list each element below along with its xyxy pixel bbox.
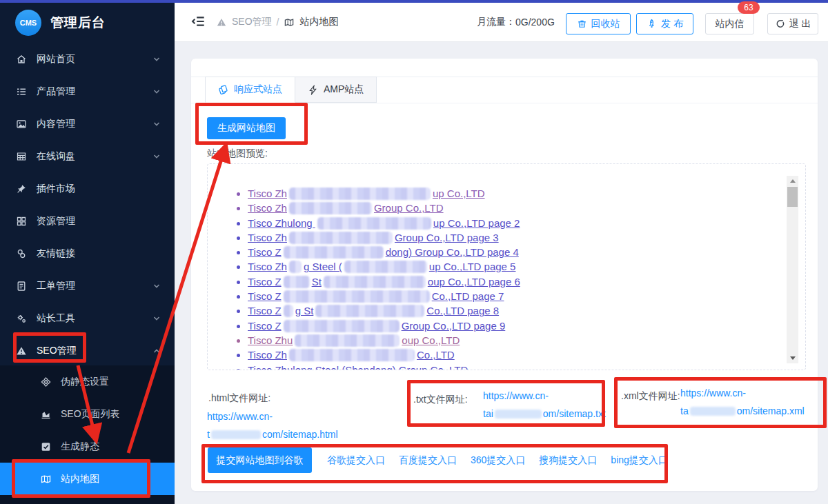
redacted-text	[315, 305, 424, 317]
redacted-text	[324, 276, 426, 288]
tab-amp-site[interactable]: AMP站点	[295, 77, 377, 103]
traffic-value: 0G/200G	[515, 17, 555, 28]
sitemap-link[interactable]: Tisco ZStoup Co.,LTD page 6	[248, 276, 520, 288]
sidebar-item-tickets[interactable]: 工单管理	[0, 270, 175, 302]
redacted-text	[690, 407, 736, 416]
redacted-text	[284, 305, 293, 317]
sidebar-item-content[interactable]: 内容管理	[0, 108, 175, 140]
inbox-button[interactable]: 站内信	[705, 13, 754, 34]
sitemap-link[interactable]: Tisco ZGroup Co.,LTD page 9	[248, 320, 505, 332]
sitemap-link[interactable]: Tisco Zdong) Group Co.,LTD page 4	[248, 246, 519, 258]
sidebar-item-label: 插件市场	[37, 183, 75, 195]
sidebar-item-links[interactable]: 友情链接	[0, 237, 175, 270]
gears-icon	[15, 313, 28, 324]
chevron-up-icon	[152, 347, 161, 355]
redacted-text	[284, 320, 400, 332]
sitemap-list-item: Tisco Zg StCo.,LTD page 8	[248, 303, 805, 318]
sidebar-item-label: SEO管理	[37, 345, 77, 357]
sitemap-link[interactable]: Tisco Zhulong Steel (Shandong) Group Co.…	[248, 364, 468, 370]
rocket-icon	[647, 19, 657, 29]
sidebar-item-webmaster[interactable]: 站长工具	[0, 302, 175, 334]
sidebar-item-home[interactable]: 网站首页	[0, 43, 175, 75]
sidebar-item-seo[interactable]: SEO管理	[0, 334, 175, 367]
html-file-url[interactable]: https://www.cn- tcom/sitemap.html	[207, 407, 366, 443]
monthly-traffic: 月流量： 0G/200G	[477, 3, 555, 41]
redacted-text	[289, 349, 415, 361]
sitemap-link[interactable]: Tisco ZhCo.,LTD	[248, 349, 455, 361]
submit-entry-link-3[interactable]: 搜狗提交入口	[537, 454, 599, 467]
sidebar-item-label: 内容管理	[37, 118, 75, 130]
redacted-text	[211, 430, 261, 439]
sitemap-link[interactable]: Tisco Zhuoup Co.,LTD	[248, 334, 460, 346]
xml-file-url-label: .xml文件网址:	[621, 390, 680, 403]
submit-sitemap-google-button[interactable]: 提交网站地图到谷歌	[208, 447, 312, 473]
publish-button[interactable]: 发 布	[636, 13, 693, 34]
scrollbar-up-arrow[interactable]	[787, 176, 798, 186]
sitemap-preview-label: 站内地图预览:	[207, 148, 268, 160]
breadcrumb-section[interactable]: SEO管理	[232, 16, 272, 28]
inbox-unread-badge: 63	[738, 1, 760, 14]
responsive-icon	[218, 85, 228, 95]
sidebar-subitem-seo-pages[interactable]: SEO页面列表	[0, 398, 175, 430]
sitemap-list-item: Tisco ZhGroup Co.,LTD page 3	[248, 230, 805, 245]
sidebar-nav: 网站首页产品管理内容管理在线询盘插件市场资源管理友情链接工单管理站长工具SEO管…	[0, 43, 175, 367]
sidebar-item-inquiry[interactable]: 在线询盘	[0, 140, 175, 172]
sitemap-link[interactable]: Tisco Zhg Steel (up Co.,LTD page 5	[248, 261, 515, 272]
sitemap-link-list: Tisco Zhup Co.,LTDTisco ZhGroup Co.,LTDT…	[208, 186, 805, 370]
cms-logo-icon: CMS	[15, 10, 41, 36]
sidebar-item-plugins[interactable]: 插件市场	[0, 172, 175, 205]
warning-icon	[15, 345, 28, 356]
sidebar-item-resources[interactable]: 资源管理	[0, 205, 175, 237]
table-icon	[15, 151, 28, 162]
sitemap-link[interactable]: Tisco ZCo.,LTD page 7	[248, 290, 504, 302]
scrollbar-thumb[interactable]	[787, 187, 798, 207]
sidebar-subitem-static[interactable]: 生成静态	[0, 430, 175, 463]
sitemap-link[interactable]: Tisco Zg StCo.,LTD page 8	[248, 305, 499, 316]
list-icon	[15, 86, 28, 97]
submit-entry-link-0[interactable]: 谷歌提交入口	[325, 454, 387, 467]
traffic-label: 月流量：	[477, 16, 515, 28]
chevron-down-icon	[152, 152, 161, 161]
redacted-text	[289, 261, 302, 273]
chevron-down-icon	[152, 120, 161, 128]
sitemap-list-item: Tisco ZCo.,LTD page 7	[248, 289, 805, 303]
sitemap-link[interactable]: Tisco Zhulong up Co.,LTD page 2	[248, 217, 520, 229]
tab-label: AMP站点	[324, 83, 364, 96]
collapse-menu-icon[interactable]	[191, 14, 206, 28]
sitemap-list-item: Tisco ZhCo.,LTD	[248, 347, 805, 362]
redacted-text	[289, 202, 372, 214]
xml-file-url[interactable]: https://www.cn- taom/sitemap.xml	[680, 384, 811, 420]
submit-entry-link-1[interactable]: 百度提交入口	[397, 454, 459, 467]
sitemap-link[interactable]: Tisco ZhGroup Co.,LTD page 3	[248, 232, 499, 243]
tab-strip-bottom-line	[191, 103, 818, 103]
submit-entry-links: 谷歌提交入口百度提交入口360提交入口搜狗提交入口bing提交入口	[325, 447, 670, 473]
scrollbar-down-arrow[interactable]	[787, 353, 798, 363]
scrollbar[interactable]	[787, 176, 798, 363]
sitemap-list-item: Tisco Zdong) Group Co.,LTD page 4	[248, 245, 805, 259]
chevron-down-icon	[152, 314, 161, 323]
sidebar-subitem-rewrite[interactable]: 伪静态设置	[0, 365, 175, 398]
sidebar-submenu-seo: 伪静态设置SEO页面列表生成静态站内地图	[0, 365, 175, 504]
document-icon	[15, 281, 28, 292]
checkbox-icon	[40, 441, 52, 452]
recycle-bin-button[interactable]: 回收站	[566, 13, 631, 34]
sitemap-link[interactable]: Tisco Zhup Co.,LTD	[248, 188, 485, 199]
map-icon	[284, 17, 295, 28]
breadcrumb-page: 站内地图	[299, 16, 338, 28]
sidebar-item-products[interactable]: 产品管理	[0, 75, 175, 108]
sidebar: CMS 管理后台 网站首页产品管理内容管理在线询盘插件市场资源管理友情链接工单管…	[0, 3, 175, 504]
bolt-icon	[308, 85, 318, 95]
submit-entry-link-2[interactable]: 360提交入口	[469, 454, 527, 467]
submit-entry-link-4[interactable]: bing提交入口	[609, 454, 669, 467]
chart-icon	[40, 409, 52, 420]
sitemap-link[interactable]: Tisco ZhGroup Co.,LTD	[248, 202, 444, 214]
sidebar-subitem-label: 伪静态设置	[61, 376, 109, 388]
sidebar-subitem-sitemap[interactable]: 站内地图	[0, 463, 175, 495]
app-title: 管理后台	[50, 14, 106, 32]
txt-file-url[interactable]: https://www.cn- taiom/sitemap.txt	[483, 387, 614, 423]
generate-sitemap-button[interactable]: 生成网站地图	[207, 117, 286, 139]
tab-responsive-site[interactable]: 响应式站点	[205, 77, 295, 103]
logout-button[interactable]: 退 出	[767, 13, 818, 34]
image-icon	[15, 119, 28, 130]
chevron-down-icon	[152, 55, 161, 63]
